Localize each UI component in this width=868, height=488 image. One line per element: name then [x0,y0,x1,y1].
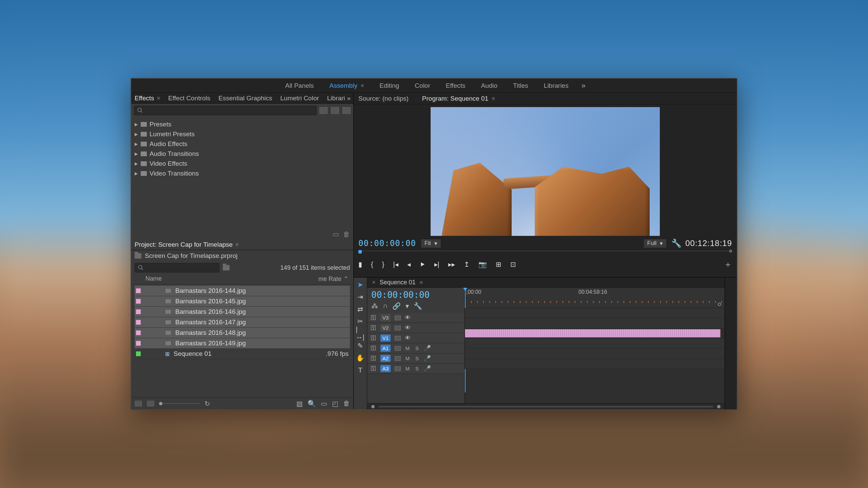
slip-tool-icon[interactable]: |↔| [356,330,365,337]
track-tag[interactable]: V1 [380,334,391,342]
program-timecode-current[interactable]: 00:00:00:00 [358,239,416,248]
track-header-a1[interactable]: ⚿A1MS🎤 [367,343,465,353]
source-tab[interactable]: Source: (no clips) [358,95,409,102]
pen-tool-icon[interactable]: ✎ [356,342,365,349]
zoom-track[interactable] [379,406,713,407]
list-item-sequence[interactable]: ⊞Sequence 01.976 fps [135,349,350,359]
sync-lock-icon[interactable] [395,356,401,361]
lock-icon[interactable]: ⚿ [371,345,376,352]
tree-presets[interactable]: ▸Presets [135,119,350,129]
tree-video-transitions[interactable]: ▸Video Transitions [135,168,350,178]
close-sequence-icon[interactable]: × [372,279,376,286]
magnet-icon[interactable]: ∩ [383,302,388,310]
program-tab[interactable]: Program: Sequence 01 ≡ [422,95,495,102]
sync-lock-icon[interactable] [395,316,401,320]
lock-icon[interactable]: ⚿ [371,355,376,362]
panel-menu-icon[interactable]: ≡ [420,280,423,286]
new-layer-icon[interactable]: ◰ [332,400,338,408]
track-tag[interactable]: V2 [380,324,391,331]
filter-yuv-icon[interactable] [319,107,328,114]
track-lane-v1[interactable] [465,328,725,339]
hand-tool-icon[interactable]: ✋ [356,354,365,362]
lock-icon[interactable]: ⚿ [371,325,376,331]
timeline-tracks-area[interactable]: ;00:00 00:04:59:16 [465,288,725,403]
tab-overflow-icon[interactable]: » [347,95,351,102]
track-lane-v3[interactable] [465,308,725,318]
track-header-v1[interactable]: ⚿V1👁 [367,333,465,343]
mark-in-icon[interactable]: ▮ [358,260,362,268]
sync-lock-icon[interactable] [395,346,401,351]
workspace-audio[interactable]: Audio [478,81,500,91]
icon-view-icon[interactable] [147,401,154,407]
selection-tool-icon[interactable]: ➤ [356,281,365,288]
playhead-knob[interactable] [358,250,362,253]
new-bin-icon[interactable]: ▭ [321,400,327,408]
program-monitor-viewport[interactable] [431,107,660,236]
list-item[interactable]: Barnastars 2016-145.jpg [135,296,350,307]
tracks-lanes[interactable] [465,308,725,403]
panel-menu-icon[interactable]: ≡ [157,95,160,101]
list-item[interactable]: Barnastars 2016-144.jpg [135,286,350,296]
mark-out-icon[interactable]: } [382,261,384,268]
resolution-select[interactable]: Full▾ [644,239,667,248]
tree-video-effects[interactable]: ▸Video Effects [135,159,350,168]
go-to-out-icon[interactable]: ▸▸ [448,260,455,268]
mute-letter[interactable]: M [405,345,410,351]
export-frame-icon[interactable]: 📷 [478,260,487,268]
workspace-effects[interactable]: Effects [443,81,468,91]
tab-libraries-trunc[interactable]: Librari [327,95,345,102]
solo-letter[interactable]: S [414,355,420,361]
list-item[interactable]: Barnastars 2016-148.jpg [135,328,350,338]
lock-icon[interactable]: ⚿ [371,314,376,321]
track-lane-a2[interactable] [465,349,725,359]
workspace-editing[interactable]: Editing [377,81,402,91]
track-tag[interactable]: A2 [380,355,391,362]
new-item-icon[interactable]: ▧ [296,400,303,408]
play-button[interactable] [419,261,426,267]
panel-menu-icon[interactable]: ≡ [492,96,495,102]
auto-sequence-icon[interactable]: ↻ [204,400,210,408]
tab-lumetri-color[interactable]: Lumetri Color [280,95,319,102]
go-to-in-icon[interactable]: |◂ [393,260,398,268]
find-icon[interactable]: 🔍 [308,400,316,408]
workspace-libraries[interactable]: Libraries [541,81,571,91]
track-tag[interactable]: A3 [380,365,391,372]
step-forward-icon[interactable]: ▸| [434,260,439,268]
sync-lock-icon[interactable] [395,326,401,330]
time-ruler[interactable]: ;00:00 00:04:59:16 [465,288,725,308]
program-scrub-bar[interactable] [358,251,732,256]
mute-letter[interactable]: M [405,366,410,371]
ripple-edit-tool-icon[interactable]: ⇄ [356,305,365,313]
button-editor-icon[interactable]: ＋ [724,259,732,270]
track-header-a3[interactable]: ⚿A3MS🎤 [367,364,465,374]
lock-icon[interactable]: ⚿ [371,365,376,372]
solo-letter[interactable]: S [414,345,420,351]
tab-effects[interactable]: Effects ≡ [135,95,160,102]
trash-icon[interactable]: 🗑 [343,400,350,407]
mic-icon[interactable]: 🎤 [424,345,431,352]
panel-menu-icon[interactable]: ≡ [235,242,238,248]
filter-accel-icon[interactable] [331,107,339,114]
track-tag[interactable]: A1 [380,345,391,352]
add-marker-icon[interactable]: { [371,261,373,268]
list-item[interactable]: Barnastars 2016-147.jpg [135,317,350,328]
step-back-icon[interactable]: ◂ [407,260,411,268]
project-search-input[interactable] [135,263,219,272]
video-clip[interactable] [465,329,721,338]
settings-wrench-icon[interactable]: 🔧 [414,302,422,310]
new-bin-icon[interactable]: ▭ [333,230,339,238]
zoom-fit-select[interactable]: Fit▾ [421,239,441,248]
thumbnail-size-slider[interactable] [159,403,200,404]
timeline-playhead-timecode[interactable]: 00:00:00:00 [367,288,465,301]
workspace-overflow-icon[interactable]: » [581,81,586,90]
list-item[interactable]: Barnastars 2016-149.jpg [135,338,350,349]
effects-search-input[interactable] [134,106,317,115]
workspace-all-panels[interactable]: All Panels [282,81,317,91]
insert-icon[interactable]: ⊞ [496,260,501,268]
list-item[interactable]: Barnastars 2016-146.jpg [135,307,350,317]
razor-tool-icon[interactable]: ✂ [356,318,365,325]
eye-icon[interactable]: 👁 [405,314,411,321]
mic-icon[interactable]: 🎤 [424,365,431,372]
zoom-handle-left[interactable] [371,405,375,408]
tree-audio-transitions[interactable]: ▸Audio Transitions [135,149,350,159]
